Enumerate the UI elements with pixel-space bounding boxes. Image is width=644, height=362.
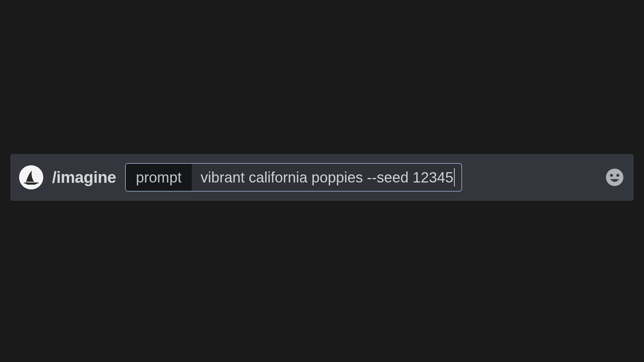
param-value-input[interactable]: vibrant california poppies --seed 12345 — [192, 164, 461, 191]
command-param-box[interactable]: prompt vibrant california poppies --seed… — [125, 163, 462, 192]
text-cursor — [454, 168, 455, 186]
emoji-picker-button[interactable] — [604, 167, 625, 188]
svg-point-1 — [610, 174, 613, 177]
param-label: prompt — [126, 164, 192, 191]
svg-point-2 — [616, 174, 619, 177]
midjourney-sailboat-icon — [22, 169, 40, 186]
slash-command: /imagine — [52, 168, 116, 186]
message-input-bar[interactable]: /imagine prompt vibrant california poppi… — [10, 154, 634, 201]
app-background: /imagine prompt vibrant california poppi… — [0, 0, 644, 362]
param-value-text: vibrant california poppies --seed 12345 — [201, 169, 453, 186]
grinning-face-icon — [605, 168, 624, 187]
bot-avatar — [19, 165, 43, 189]
svg-point-0 — [606, 169, 623, 186]
